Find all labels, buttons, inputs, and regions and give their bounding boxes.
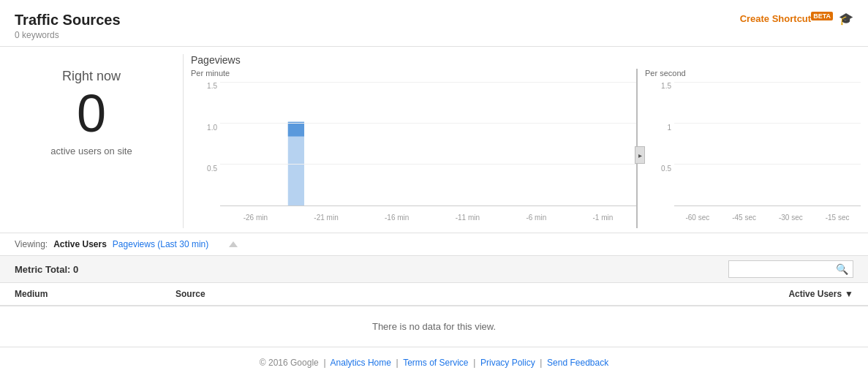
grid-line: [220, 164, 636, 165]
metric-total: Metric Total: 0: [15, 264, 78, 275]
metric-value: 0: [73, 264, 78, 275]
pageviews-link[interactable]: Pageviews (Last 30 min): [113, 239, 208, 249]
per-second-x-labels: -60 sec -45 sec -30 sec -15 sec: [674, 214, 861, 222]
charts-container: Per minute 1.5 1.0 0.5: [191, 69, 861, 228]
viewing-active: Active Users: [53, 239, 107, 249]
per-minute-wrapper: 1.5 1.0 0.5: [191, 82, 636, 228]
left-panel: Right now 0 active users on site: [0, 54, 183, 228]
x-label-1: -1 min: [593, 214, 614, 222]
x-label-30s: -30 sec: [779, 214, 803, 222]
chart-title: Pageviews: [191, 54, 861, 66]
no-data-message: There is no data for this view.: [372, 321, 496, 332]
keywords-count: 0 keywords: [15, 30, 121, 40]
col-medium-header: Medium: [15, 289, 176, 299]
right-now-label: Right now: [15, 69, 168, 84]
per-minute-svg: [220, 82, 636, 205]
table-body: There is no data for this view.: [0, 306, 868, 347]
col-active-users-header: Active Users ▼: [707, 289, 853, 299]
per-minute-x-axis: -26 min -21 min -16 min -11 min -6 min -…: [220, 206, 636, 228]
footer: © 2016 Google | Analytics Home | Terms o…: [0, 347, 868, 378]
x-label-21: -21 min: [314, 214, 338, 222]
create-shortcut-link[interactable]: Create ShortcutBETA: [740, 12, 833, 24]
per-second-chart: Per second 1.5 1 0.5: [638, 69, 861, 228]
per-second-y-axis: 1.5 1 0.5: [645, 82, 674, 206]
search-box-wrap: 🔍: [728, 260, 853, 278]
x-label-45s: -45 sec: [732, 214, 756, 222]
page-title: Traffic Sources: [15, 12, 121, 29]
viewing-row: Viewing: Active Users Pageviews (Last 30…: [0, 233, 868, 255]
per-minute-label: Per minute: [191, 69, 636, 78]
viewing-label: Viewing:: [15, 239, 48, 249]
active-users-label: active users on site: [15, 146, 168, 156]
per-second-label: Per second: [645, 69, 861, 78]
per-minute-y-axis: 1.5 1.0 0.5: [191, 82, 220, 206]
triangle-up-icon: [229, 241, 238, 247]
sort-down-icon[interactable]: ▼: [845, 289, 853, 299]
search-input[interactable]: [729, 262, 831, 276]
per-second-chart-inner: [674, 82, 861, 206]
per-minute-chart: Per minute 1.5 1.0 0.5: [191, 69, 638, 228]
per-minute-chart-inner: [220, 82, 636, 206]
grid-line: [674, 82, 861, 83]
header-right: Create ShortcutBETA 🎓: [740, 12, 853, 26]
x-label-26: -26 min: [244, 214, 268, 222]
x-label-11: -11 min: [456, 214, 480, 222]
metric-label: Metric Total:: [15, 264, 70, 275]
analytics-home-link[interactable]: Analytics Home: [331, 358, 391, 368]
page-header: Traffic Sources 0 keywords Create Shortc…: [0, 0, 868, 47]
header-left: Traffic Sources 0 keywords: [15, 12, 121, 40]
search-button[interactable]: 🔍: [831, 261, 853, 277]
metric-bar: Metric Total: 0 🔍: [0, 255, 868, 283]
svg-rect-1: [288, 122, 304, 137]
x-label-15s: -15 sec: [826, 214, 850, 222]
graduation-icon: 🎓: [839, 12, 853, 26]
per-minute-x-labels: -26 min -21 min -16 min -11 min -6 min -…: [220, 214, 636, 222]
x-label-60s: -60 sec: [685, 214, 709, 222]
grid-line: [220, 82, 636, 83]
x-label-16: -16 min: [385, 214, 409, 222]
privacy-policy-link[interactable]: Privacy Policy: [480, 358, 535, 368]
active-users-count: 0: [15, 87, 168, 140]
per-second-x-axis: -60 sec -45 sec -30 sec -15 sec: [674, 206, 861, 228]
col-source-header: Source: [176, 289, 707, 299]
chart-area: Pageviews Per minute 1.5 1.0 0.5: [183, 54, 868, 228]
grid-line: [674, 164, 861, 165]
per-second-svg: [674, 82, 861, 205]
x-label-6: -6 min: [526, 214, 546, 222]
per-second-wrapper: 1.5 1 0.5: [645, 82, 861, 228]
beta-badge: BETA: [811, 12, 833, 20]
terms-of-service-link[interactable]: Terms of Service: [403, 358, 468, 368]
expand-arrow[interactable]: ▸: [635, 146, 645, 164]
grid-line: [220, 123, 636, 124]
table-header: Medium Source Active Users ▼: [0, 283, 868, 306]
main-content: Right now 0 active users on site Pagevie…: [0, 47, 868, 228]
grid-line: [674, 123, 861, 124]
send-feedback-link[interactable]: Send Feedback: [547, 358, 608, 368]
copyright: © 2016 Google: [260, 358, 319, 368]
